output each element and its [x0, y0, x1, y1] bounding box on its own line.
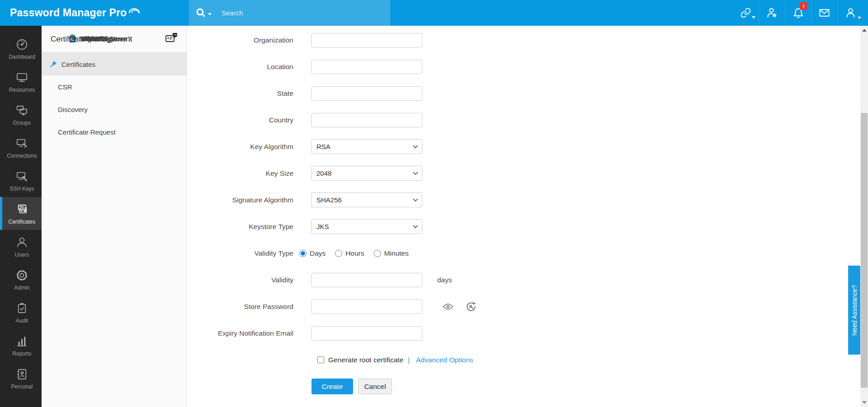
account-caret-icon — [858, 17, 861, 19]
country-input[interactable] — [311, 113, 422, 127]
validity-input[interactable] — [311, 273, 422, 287]
certificate-chat-icon[interactable] — [165, 33, 179, 46]
nav-rail: Dashboard Resources Groups Connections S… — [0, 26, 42, 407]
scroll-up-icon — [862, 29, 867, 32]
rail-label: Personal — [11, 384, 33, 390]
keystore-type-select[interactable]: JKS — [311, 219, 422, 234]
key-size-value: 2048 — [316, 169, 331, 177]
top-bar: Password Manager Pro — [0, 0, 868, 26]
scroll-up-button[interactable] — [860, 27, 868, 34]
monitor-icon — [15, 70, 29, 84]
search-scope-caret-icon[interactable] — [208, 13, 212, 15]
store-password-input[interactable] — [311, 299, 422, 314]
rail-label: Certificates — [8, 219, 35, 225]
rail-item-dashboard[interactable]: Dashboard — [0, 32, 42, 65]
sidebar-item-mdm[interactable]: MDM — [52, 26, 97, 51]
keystore-type-value: JKS — [316, 223, 329, 230]
app-logo-text: Password Manager Pro — [10, 7, 127, 19]
validity-days-label[interactable]: Days — [310, 249, 326, 257]
rail-item-resources[interactable]: Resources — [0, 65, 42, 98]
rail-item-certificates[interactable]: Certificates — [0, 197, 42, 230]
key-algorithm-value: RSA — [316, 143, 330, 150]
rail-item-audit[interactable]: Audit — [0, 296, 42, 329]
rail-item-users[interactable]: Users — [0, 230, 42, 263]
generate-password-button[interactable] — [465, 301, 477, 313]
need-assistance-tab[interactable]: Need Assistance? — [848, 266, 860, 355]
rail-item-reports[interactable]: Reports — [0, 329, 42, 362]
form-row-country: Country — [187, 107, 860, 133]
expiry-email-input[interactable] — [311, 326, 422, 341]
mail-button[interactable] — [811, 0, 837, 26]
location-input[interactable] — [311, 60, 422, 74]
rail-label: Dashboard — [9, 54, 35, 60]
state-input[interactable] — [311, 86, 422, 101]
connections-icon — [15, 136, 29, 150]
rail-item-connections[interactable]: Connections — [0, 131, 42, 164]
mdm-logo-icon — [69, 35, 77, 42]
password-link-menu[interactable] — [732, 0, 759, 26]
rail-label: Connections — [7, 153, 37, 159]
sidebar-item-certificate-request[interactable]: Certificate Request — [42, 121, 187, 143]
cancel-button[interactable]: Cancel — [358, 379, 392, 394]
sidebar-item-label: CSR — [58, 83, 72, 91]
state-label: State — [187, 89, 293, 98]
key-size-label: Key Size — [187, 169, 293, 178]
form-actions: Create Cancel — [187, 373, 860, 400]
generate-root-certificate-label[interactable]: Generate root certificate — [328, 356, 403, 364]
link-icon — [740, 7, 751, 19]
organization-input[interactable] — [311, 33, 422, 47]
rail-item-personal[interactable]: Personal — [0, 362, 42, 395]
validity-minutes-label[interactable]: Minutes — [384, 249, 409, 257]
sidebar-item-certificates[interactable]: Certificates — [42, 53, 187, 75]
certificates-icon — [15, 202, 29, 216]
search-icon[interactable] — [195, 7, 212, 19]
mail-icon — [818, 7, 830, 19]
sidebar-item-discovery[interactable]: Discovery — [42, 98, 187, 121]
sidebar-item-csr[interactable]: CSR — [42, 75, 187, 98]
organization-label: Organization — [187, 36, 293, 44]
validity-minutes-radio[interactable] — [374, 250, 381, 257]
keystore-type-label: Keystore Type — [187, 223, 293, 231]
audit-icon — [15, 301, 29, 315]
account-menu[interactable] — [837, 0, 863, 26]
validity-hours-label[interactable]: Hours — [345, 249, 364, 257]
key-algorithm-select[interactable]: RSA — [311, 139, 422, 154]
show-password-button[interactable] — [443, 301, 453, 312]
form-row-key-size: Key Size 2048 — [187, 160, 860, 187]
form-row-root-certificate: Generate root certificate | Advanced Opt… — [187, 346, 860, 373]
separator: | — [408, 356, 410, 364]
advanced-options-link[interactable]: Advanced Options — [416, 356, 473, 364]
search-bar — [189, 0, 390, 26]
generate-root-certificate-checkbox[interactable] — [317, 356, 324, 363]
notification-badge: ! — [800, 2, 807, 10]
validity-suffix: days — [437, 276, 452, 284]
monitor-group-icon — [15, 103, 29, 117]
validity-days-radio[interactable] — [299, 250, 307, 257]
validity-type-label: Validity Type — [187, 249, 293, 257]
search-input[interactable] — [222, 9, 371, 17]
form-row-location: Location — [187, 53, 860, 80]
rail-label: SSH Keys — [9, 186, 34, 192]
form-row-validity-type: Validity Type Days Hours Minutes — [187, 240, 860, 267]
form-row-expiry-email: Expiry Notification Email — [187, 320, 860, 346]
notifications-button[interactable]: ! — [785, 0, 811, 26]
scroll-down-icon — [862, 401, 867, 404]
rail-label: Users — [15, 252, 29, 258]
bar-chart-icon — [15, 334, 29, 348]
scroll-down-button[interactable] — [860, 399, 868, 406]
key-size-select[interactable]: 2048 — [311, 166, 422, 181]
signature-algorithm-select[interactable]: SHA256 — [311, 192, 422, 207]
create-certificate-form: Organization Location State Country Key … — [187, 26, 860, 407]
create-button[interactable]: Create — [311, 379, 353, 394]
dashboard-icon — [15, 37, 29, 51]
scrollbar-thumb[interactable] — [861, 113, 868, 388]
signature-algorithm-label: Signature Algorithm — [187, 196, 293, 204]
rail-item-admin[interactable]: Admin — [0, 263, 42, 296]
validity-hours-radio[interactable] — [335, 250, 342, 257]
key-algorithm-label: Key Algorithm — [187, 143, 293, 151]
rail-item-ssh-keys[interactable]: SSH Keys — [0, 164, 42, 197]
rail-item-groups[interactable]: Groups — [0, 98, 42, 131]
admin-requests-button[interactable] — [759, 0, 785, 26]
vertical-scrollbar[interactable] — [860, 26, 868, 407]
gear-icon — [15, 268, 29, 282]
